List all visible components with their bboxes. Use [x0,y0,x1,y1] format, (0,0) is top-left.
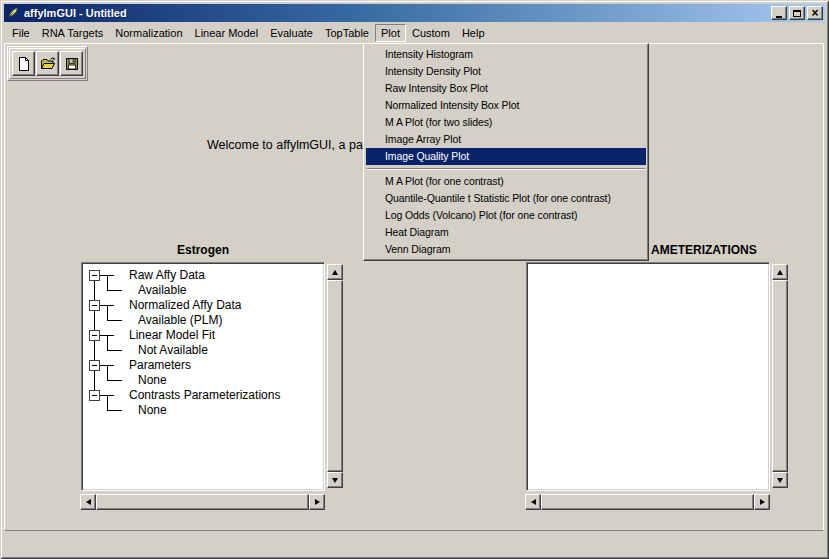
left-panel-title: Estrogen [81,243,325,257]
menu-item-qq-t-statistic-plot[interactable]: Quantile-Quantile t Statistic Plot (for … [366,190,646,207]
tree-expander-icon[interactable] [89,360,100,371]
triangle-up-icon [332,270,338,275]
hscroll-right-button[interactable] [754,494,770,510]
toolbar [7,46,88,81]
tree-node-contrasts-parameterizations[interactable]: Contrasts Parameterizations None [85,388,322,418]
menu-separator [367,168,645,170]
tree-item-label[interactable]: Raw Affy Data [129,268,205,283]
menu-bar: File RNA Targets Normalization Linear Mo… [4,22,825,43]
minimize-icon [776,16,782,18]
hscroll-thumb[interactable] [541,494,754,510]
maximize-button[interactable] [789,6,805,20]
toolbar-inner [9,48,86,79]
menubar-item-file[interactable]: File [6,24,36,42]
menu-item-intensity-density-plot[interactable]: Intensity Density Plot [366,63,646,80]
menubar-item-custom[interactable]: Custom [406,24,456,42]
menubar-item-rna-targets[interactable]: RNA Targets [36,24,110,42]
tree-node-normalized-affy-data[interactable]: Normalized Affy Data Available (PLM) [85,298,322,328]
tree-line [107,305,108,321]
tree-line [107,410,122,411]
tree-item-status[interactable]: Available [138,283,186,298]
vscroll-down-button[interactable] [772,472,788,488]
status-tree: Raw Affy Data Available Normalized Affy … [85,265,322,488]
menu-item-normalized-intensity-box-plot[interactable]: Normalized Intensity Box Plot [366,97,646,114]
vscroll-thumb[interactable] [327,280,343,472]
tree-item-label[interactable]: Parameters [129,358,191,373]
menu-item-image-array-plot[interactable]: Image Array Plot [366,131,646,148]
hscroll-right-button[interactable] [309,494,325,510]
menu-item-intensity-histogram[interactable]: Intensity Histogram [366,46,646,63]
tree-item-label[interactable]: Contrasts Parameterizations [129,388,280,403]
tree-line [107,350,122,351]
tree-node-parameters[interactable]: Parameters None [85,358,322,388]
tree-expander-icon[interactable] [89,330,100,341]
menu-item-image-quality-plot[interactable]: Image Quality Plot [366,148,646,165]
tree-line [107,290,122,291]
menubar-item-evaluate[interactable]: Evaluate [264,24,319,42]
triangle-left-icon [86,499,91,505]
menu-item-ma-plot-two-slides[interactable]: M A Plot (for two slides) [366,114,646,131]
new-file-icon [16,56,32,72]
minimize-button[interactable] [771,6,787,20]
right-panel-title: AMETERIZATIONS [651,243,757,257]
menu-item-ma-plot-one-contrast[interactable]: M A Plot (for one contrast) [366,173,646,190]
tree-item-status[interactable]: Available (PLM) [138,313,222,328]
open-folder-icon [40,56,56,72]
tree-item-label[interactable]: Normalized Affy Data [129,298,242,313]
tree-item-status[interactable]: None [138,373,167,388]
menu-item-heat-diagram[interactable]: Heat Diagram [366,224,646,241]
menu-item-log-odds-volcano-plot[interactable]: Log Odds (Volcano) Plot (for one contras… [366,207,646,224]
tree-item-status[interactable]: Not Available [138,343,208,358]
tree-expander-icon[interactable] [89,300,100,311]
menubar-item-linear-model[interactable]: Linear Model [189,24,265,42]
menu-item-venn-diagram[interactable]: Venn Diagram [366,241,646,258]
triangle-down-icon [777,478,783,483]
vscroll-up-button[interactable] [327,264,343,280]
feather-icon [6,6,20,20]
tree-line [107,380,122,381]
triangle-left-icon [531,499,536,505]
left-horizontal-scrollbar[interactable] [80,494,325,510]
menubar-item-normalization[interactable]: Normalization [109,24,188,42]
hscroll-left-button[interactable] [525,494,541,510]
save-floppy-icon [64,56,80,72]
new-file-button[interactable] [12,51,35,76]
hscroll-thumb[interactable] [96,494,309,510]
menubar-item-toptable[interactable]: TopTable [319,24,375,42]
estrogen-tree-listbox[interactable]: Raw Affy Data Available Normalized Affy … [81,262,325,491]
hscroll-left-button[interactable] [80,494,96,510]
left-vertical-scrollbar[interactable] [327,264,343,488]
save-file-button[interactable] [60,51,83,76]
tree-expander-icon[interactable] [89,390,100,401]
right-vertical-scrollbar[interactable] [772,264,788,488]
tree-item-label[interactable]: Linear Model Fit [129,328,215,343]
menu-item-raw-intensity-box-plot[interactable]: Raw Intensity Box Plot [366,80,646,97]
triangle-up-icon [777,270,783,275]
tree-line [107,395,108,411]
open-file-button[interactable] [36,51,59,76]
close-button[interactable]: × [807,6,823,20]
tree-node-linear-model-fit[interactable]: Linear Model Fit Not Available [85,328,322,358]
vscroll-thumb[interactable] [772,280,788,472]
tree-line [107,320,122,321]
right-horizontal-scrollbar[interactable] [525,494,770,510]
menubar-item-plot[interactable]: Plot [375,24,406,42]
tree-item-status[interactable]: None [138,403,167,418]
tree-line [107,365,108,381]
maximize-icon [793,10,801,17]
vscroll-down-button[interactable] [327,472,343,488]
menubar-item-help[interactable]: Help [456,24,491,42]
vscroll-up-button[interactable] [772,264,788,280]
app-window: affylmGUI - Untitled × File RNA Targets … [0,0,829,559]
close-icon: × [811,7,818,19]
contrasts-listbox[interactable] [526,262,770,491]
triangle-right-icon [760,499,765,505]
title-bar[interactable]: affylmGUI - Untitled × [4,4,825,22]
tree-line [107,275,108,291]
tree-line [107,335,108,351]
tree-expander-icon[interactable] [89,270,100,281]
triangle-down-icon [332,478,338,483]
window-title: affylmGUI - Untitled [24,7,771,19]
triangle-right-icon [315,499,320,505]
tree-node-raw-affy-data[interactable]: Raw Affy Data Available [85,268,322,298]
